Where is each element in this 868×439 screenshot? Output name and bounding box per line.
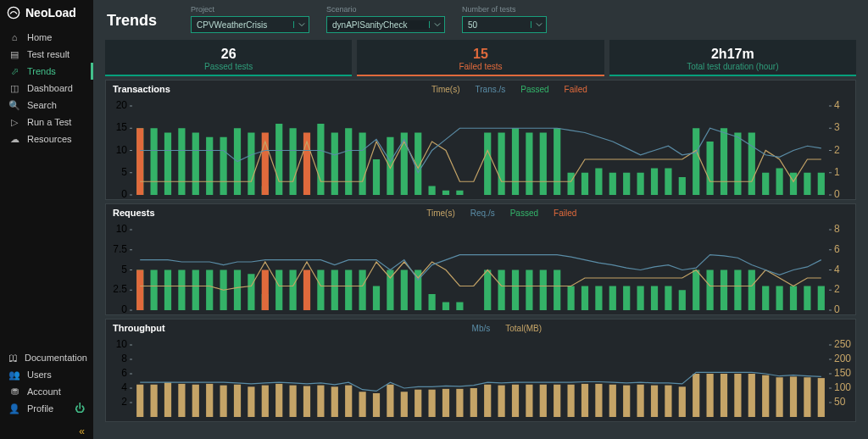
svg-rect-129 [623, 286, 630, 311]
svg-rect-137 [734, 270, 741, 311]
nav-item-documentation[interactable]: 🕮Documentation [0, 349, 93, 366]
documentation-icon: 🕮 [8, 353, 18, 363]
svg-text:2.5: 2.5 [113, 283, 127, 295]
svg-rect-142 [804, 286, 810, 311]
svg-rect-35 [331, 133, 338, 196]
nav-item-search[interactable]: 🔍Search [0, 97, 93, 114]
svg-rect-112 [387, 270, 393, 311]
svg-rect-96 [164, 270, 171, 311]
svg-rect-99 [206, 270, 213, 311]
legend-item: Failed [565, 85, 587, 94]
svg-rect-98 [192, 270, 199, 311]
svg-text:5: 5 [121, 264, 127, 275]
svg-rect-178 [290, 386, 297, 417]
nav-label: Home [27, 32, 52, 42]
legend-item: Time(s) [431, 85, 460, 94]
search-icon: 🔍 [8, 100, 20, 111]
sidebar-nav-bottom: 🕮Documentation👥Users⛃Account👤Profile [0, 349, 93, 424]
summary-row: 26 Passed tests 15 Failed tests 2h17m To… [93, 40, 868, 80]
scenario-label: Scenario [326, 5, 445, 14]
svg-rect-67 [776, 169, 783, 196]
failed-tile[interactable]: 15 Failed tests [357, 40, 604, 76]
svg-rect-195 [526, 385, 532, 417]
svg-text:20: 20 [116, 99, 128, 111]
svg-text:3: 3 [834, 121, 840, 133]
svg-rect-175 [248, 386, 254, 417]
svg-rect-55 [609, 173, 616, 195]
svg-text:4: 4 [834, 99, 840, 111]
svg-text:8: 8 [121, 353, 127, 364]
svg-rect-110 [359, 270, 366, 311]
nav-label: Resources [27, 134, 72, 144]
chevron-down-icon [531, 21, 546, 28]
svg-rect-24 [178, 128, 185, 195]
svg-rect-116 [442, 303, 449, 311]
svg-rect-173 [220, 386, 227, 417]
nav-item-trends[interactable]: ⬀Trends [0, 63, 93, 80]
svg-rect-145 [262, 270, 269, 311]
svg-text:0: 0 [834, 188, 840, 199]
nav-item-run-a-test[interactable]: ▷Run a Test [0, 114, 93, 131]
count-select[interactable]: 50 [462, 16, 547, 33]
chart-body[interactable]: 02.557.51002468 [106, 221, 855, 314]
svg-rect-46 [484, 133, 491, 196]
nav-item-users[interactable]: 👥Users [0, 366, 93, 383]
nav-item-profile[interactable]: 👤Profile [0, 400, 93, 417]
chart-body[interactable]: 0510152001234 [106, 97, 855, 199]
svg-text:2: 2 [834, 283, 840, 295]
nav-label: Run a Test [27, 117, 71, 127]
nav-label: Users [27, 370, 52, 380]
nav-label: Account [27, 386, 61, 397]
count-value: 50 [463, 20, 531, 30]
svg-text:50: 50 [834, 396, 846, 408]
passed-tile[interactable]: 26 Passed tests [105, 40, 352, 76]
svg-rect-60 [679, 177, 686, 195]
nav-item-resources[interactable]: ☁Resources [0, 131, 93, 147]
topbar: Trends Project CPVWeatherCrisis Scenario… [93, 0, 868, 40]
svg-rect-179 [303, 386, 310, 417]
svg-rect-26 [206, 137, 213, 195]
svg-text:0: 0 [121, 188, 127, 199]
svg-rect-210 [734, 374, 741, 417]
legend-item: Trans./s [476, 85, 506, 94]
svg-rect-199 [581, 384, 588, 417]
svg-rect-185 [387, 385, 393, 417]
nav-item-home[interactable]: ⌂Home [0, 29, 93, 46]
svg-text:150: 150 [834, 367, 851, 379]
svg-rect-214 [790, 376, 797, 417]
svg-rect-64 [734, 133, 741, 196]
chart-body[interactable]: 24681050100150200250 [106, 336, 855, 421]
svg-rect-49 [526, 133, 532, 196]
nav-item-test-result[interactable]: ▤Test result [0, 46, 93, 63]
svg-rect-209 [721, 374, 727, 417]
svg-rect-182 [345, 386, 352, 417]
svg-rect-38 [373, 159, 380, 195]
duration-value: 2h17m [609, 47, 856, 62]
nav-item-account[interactable]: ⛃Account [0, 383, 93, 400]
main: Trends Project CPVWeatherCrisis Scenario… [93, 0, 868, 439]
svg-rect-141 [790, 286, 797, 311]
svg-text:2: 2 [834, 144, 840, 156]
svg-rect-70 [818, 173, 825, 195]
chart-panel-throughput: Throughput Mb/sTotal(MB) 246810501001502… [105, 319, 856, 422]
svg-rect-109 [345, 270, 352, 311]
collapse-sidebar-button[interactable]: « [0, 424, 93, 439]
resources-icon: ☁ [8, 134, 20, 145]
svg-rect-176 [262, 386, 269, 417]
legend-item: Failed [554, 208, 576, 218]
svg-rect-215 [804, 377, 810, 417]
scenario-field: Scenario dynAPISanityCheck [326, 5, 445, 33]
passed-count: 26 [105, 47, 352, 62]
project-select[interactable]: CPVWeatherCrisis [191, 16, 309, 33]
duration-tile[interactable]: 2h17m Total test duration (hour) [609, 40, 856, 76]
svg-rect-169 [164, 382, 171, 417]
account-icon: ⛃ [8, 386, 20, 397]
scenario-select[interactable]: dynAPISanityCheck [326, 16, 445, 33]
svg-rect-111 [373, 286, 380, 311]
svg-rect-65 [748, 133, 755, 196]
svg-rect-69 [804, 173, 810, 195]
nav-item-dashboard[interactable]: ◫Dashboard [0, 80, 93, 97]
svg-rect-25 [192, 133, 199, 196]
svg-rect-117 [456, 303, 463, 311]
svg-rect-181 [331, 386, 338, 417]
